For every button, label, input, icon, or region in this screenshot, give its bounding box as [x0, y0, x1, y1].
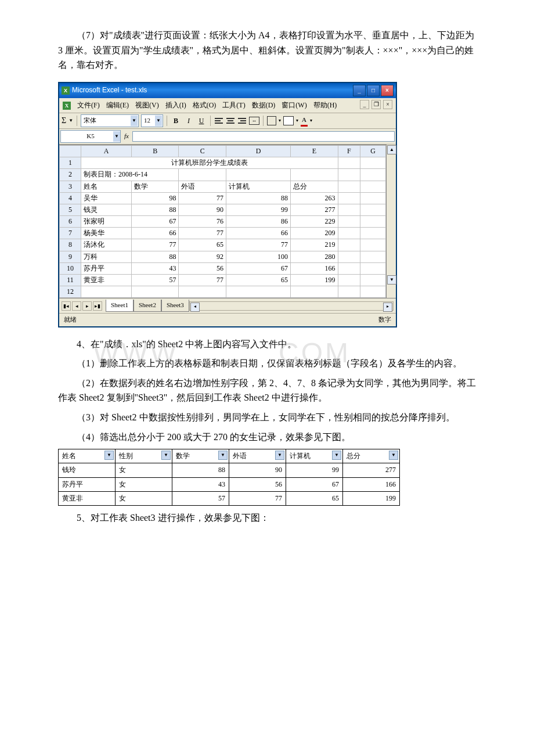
scroll-up-button[interactable]: ▲	[387, 145, 396, 154]
doc-close-button[interactable]: ×	[383, 100, 392, 109]
cell[interactable]: 57	[132, 275, 179, 286]
cell[interactable]: 77	[226, 239, 290, 251]
menu-insert[interactable]: 插入(I)	[165, 101, 186, 109]
cell[interactable]: 杨美华	[81, 228, 132, 239]
row-header[interactable]: 2	[60, 169, 81, 181]
fx-button[interactable]: fx	[124, 131, 129, 142]
cell[interactable]	[360, 204, 386, 215]
row-header[interactable]: 11	[60, 275, 81, 286]
filter-header[interactable]: 计算机▼	[286, 449, 343, 463]
workbook-icon[interactable]: X	[63, 102, 71, 110]
cell[interactable]: 姓名	[81, 181, 132, 192]
col-header-a[interactable]: A	[81, 145, 132, 157]
cell[interactable]	[338, 204, 360, 215]
cell[interactable]: 166	[291, 262, 338, 274]
minimize-button[interactable]: _	[353, 85, 366, 96]
cell[interactable]	[360, 157, 386, 169]
autosum-dropdown-icon[interactable]: ▼	[68, 117, 73, 125]
vertical-scrollbar[interactable]: ▲ ▼	[386, 145, 396, 298]
col-header-f[interactable]: F	[338, 145, 360, 157]
cell[interactable]	[338, 192, 360, 204]
cell[interactable]: 88	[226, 192, 290, 204]
cell[interactable]: 制表日期：2008-6-14	[81, 169, 179, 181]
cell[interactable]: 76	[179, 216, 226, 228]
row-header[interactable]: 6	[60, 216, 81, 228]
close-button[interactable]: ×	[381, 85, 394, 96]
menu-help[interactable]: 帮助(H)	[313, 101, 337, 109]
font-color-dropdown-icon[interactable]: ▾	[310, 117, 312, 125]
filter-dropdown-icon[interactable]: ▼	[161, 451, 171, 460]
cell[interactable]	[338, 286, 360, 298]
cell[interactable]: 88	[132, 251, 179, 262]
filter-dropdown-icon[interactable]: ▼	[275, 451, 284, 460]
cell[interactable]: 65	[179, 239, 226, 251]
filter-header[interactable]: 姓名▼	[59, 449, 116, 463]
cell[interactable]: 数学	[132, 181, 179, 192]
cell[interactable]: 万科	[81, 251, 132, 262]
cell[interactable]	[360, 169, 386, 181]
cell[interactable]: 67	[132, 216, 179, 228]
select-all-cell[interactable]	[60, 145, 81, 157]
row-header[interactable]: 9	[60, 251, 81, 262]
align-left-button[interactable]	[214, 117, 223, 125]
cell[interactable]: 67	[226, 262, 290, 274]
cell[interactable]	[360, 286, 386, 298]
cell[interactable]: 65	[226, 275, 290, 286]
worksheet-grid[interactable]: A B C D E F G 1计算机班部分学生成绩表 2制表日期：2008-6-…	[59, 145, 386, 298]
prev-sheet-button[interactable]: ◂	[72, 301, 81, 311]
cell[interactable]: 钱灵	[81, 204, 132, 215]
cell[interactable]: 77	[179, 228, 226, 239]
menu-file[interactable]: 文件(F)	[77, 101, 100, 109]
cell[interactable]	[226, 169, 290, 181]
merge-center-button[interactable]: ↔	[249, 117, 259, 125]
row-header[interactable]: 8	[60, 239, 81, 251]
borders-dropdown-icon[interactable]: ▾	[279, 117, 281, 125]
borders-button[interactable]	[267, 116, 276, 125]
align-right-button[interactable]	[237, 117, 247, 125]
cell[interactable]: 黄亚非	[81, 275, 132, 286]
row-header[interactable]: 12	[60, 286, 81, 298]
menu-format[interactable]: 格式(O)	[193, 101, 217, 109]
cell[interactable]: 总分	[291, 181, 338, 192]
filter-header[interactable]: 外语▼	[229, 449, 286, 463]
sheet-tab-1[interactable]: Sheet1	[106, 300, 134, 312]
cell[interactable]: 计算机	[226, 181, 290, 192]
col-header-d[interactable]: D	[226, 145, 290, 157]
filter-dropdown-icon[interactable]: ▼	[332, 451, 341, 460]
row-header[interactable]: 1	[60, 157, 81, 169]
cell[interactable]	[291, 169, 338, 181]
cell[interactable]	[338, 181, 360, 192]
cell[interactable]: 277	[291, 204, 338, 215]
menu-tools[interactable]: 工具(T)	[222, 101, 245, 109]
col-header-b[interactable]: B	[132, 145, 179, 157]
cell[interactable]	[338, 262, 360, 274]
cell[interactable]	[338, 157, 360, 169]
cell[interactable]: 263	[291, 192, 338, 204]
col-header-e[interactable]: E	[291, 145, 338, 157]
font-size-dropdown[interactable]: 12▼	[141, 114, 163, 127]
cell[interactable]: 77	[179, 192, 226, 204]
scroll-down-button[interactable]: ▼	[387, 275, 396, 285]
row-header[interactable]: 5	[60, 204, 81, 215]
menu-edit[interactable]: 编辑(E)	[106, 101, 129, 109]
fill-color-button[interactable]	[283, 116, 294, 125]
cell[interactable]	[291, 286, 338, 298]
cell[interactable]	[338, 169, 360, 181]
doc-restore-button[interactable]: ❐	[371, 100, 381, 109]
cell[interactable]: 98	[132, 192, 179, 204]
cell[interactable]	[179, 286, 226, 298]
next-sheet-button[interactable]: ▸	[82, 301, 92, 311]
first-sheet-button[interactable]: ▮◂	[62, 301, 71, 311]
cell[interactable]	[338, 216, 360, 228]
cell[interactable]: 56	[179, 262, 226, 274]
menu-window[interactable]: 窗口(W)	[282, 101, 306, 109]
cell[interactable]	[360, 275, 386, 286]
cell[interactable]: 汤沐化	[81, 239, 132, 251]
autosum-button[interactable]: Σ	[62, 114, 66, 127]
col-header-c[interactable]: C	[179, 145, 226, 157]
cell[interactable]	[338, 228, 360, 239]
name-box[interactable]: K5▼	[60, 130, 121, 143]
scroll-left-button[interactable]: ◂	[190, 303, 200, 312]
font-color-button[interactable]: A	[301, 115, 308, 127]
last-sheet-button[interactable]: ▸▮	[93, 301, 102, 311]
